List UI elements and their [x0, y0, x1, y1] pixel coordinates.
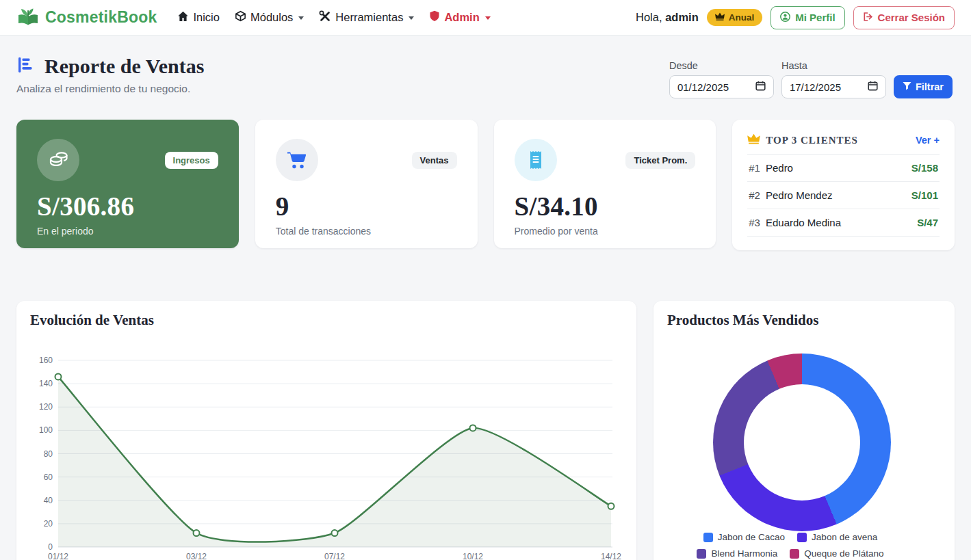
- kpi-card-ingresos: Ingresos S/306.86 En el periodo: [16, 120, 239, 248]
- legend-swatch: [790, 549, 799, 559]
- user-greeting: Hola, admin: [636, 11, 699, 24]
- top-clients-card: TOP 3 CLIENTES Ver + #1 Pedro S/158 #2 P…: [732, 120, 955, 250]
- client-amount: S/101: [911, 189, 938, 201]
- greeting-text: Hola,: [636, 11, 662, 23]
- kpi-value-ticket: S/34.10: [515, 193, 696, 219]
- kpi-badge-ingresos: Ingresos: [165, 152, 218, 169]
- chevron-down-icon: [298, 16, 304, 20]
- book-sprout-icon: [16, 6, 40, 29]
- legend-swatch: [703, 533, 713, 542]
- donut-chart-title: Productos Más Vendidos: [667, 312, 941, 329]
- page-header: Reporte de Ventas Analiza el rendimiento…: [16, 55, 204, 95]
- kpi-badge-ventas: Ventas: [412, 152, 457, 169]
- svg-text:60: 60: [44, 472, 53, 482]
- brand-name: CosmetikBook: [45, 8, 157, 27]
- donut-legend: Jabon de CacaoJabon de avenaBlend Harmon…: [660, 532, 920, 559]
- svg-text:10/12: 10/12: [463, 552, 483, 560]
- page-subtitle: Analiza el rendimiento de tu negocio.: [16, 83, 204, 95]
- legend-item-1[interactable]: Jabon de Cacao: [703, 532, 785, 542]
- date-to-input[interactable]: 17/12/2025: [781, 75, 886, 98]
- chevron-down-icon: [485, 16, 491, 20]
- legend-label: Queque de Plátano: [804, 548, 883, 559]
- cube-icon: [235, 10, 246, 25]
- date-to-label: Hasta: [781, 60, 886, 71]
- legend-item-2[interactable]: Jabon de avena: [797, 532, 877, 542]
- client-row-2: #2 Pedro Mendez S/101: [747, 182, 940, 209]
- date-from-value: 01/12/2025: [677, 81, 729, 93]
- kpi-badge-ticket: Ticket Prom.: [625, 152, 695, 169]
- funnel-icon: [903, 81, 911, 92]
- crown-icon: [715, 12, 725, 23]
- logout-button[interactable]: Cerrar Sesión: [853, 6, 955, 29]
- plan-badge[interactable]: Anual: [707, 9, 763, 26]
- top-products-card: Productos Más Vendidos Jabon de CacaoJab…: [653, 301, 955, 560]
- nav-item-modulos[interactable]: Módulos: [235, 10, 304, 25]
- user-icon: [780, 12, 790, 24]
- nav-label-modulos: Módulos: [250, 11, 293, 24]
- nav-item-admin[interactable]: Admin: [429, 10, 490, 25]
- kpi-value-ventas: 9: [276, 193, 457, 219]
- date-to-group: Hasta 17/12/2025: [781, 60, 886, 98]
- home-icon: [177, 11, 189, 25]
- legend-label: Blend Harmonia: [711, 548, 777, 559]
- calendar-icon[interactable]: [868, 81, 878, 93]
- legend-label: Jabon de Cacao: [718, 532, 785, 542]
- svg-text:160: 160: [39, 356, 53, 365]
- kpi-value-ingresos: S/306.86: [37, 193, 218, 219]
- kpi-row: Ingresos S/306.86 En el periodo Ventas 9…: [16, 120, 955, 250]
- kpi-card-ticket: Ticket Prom. S/34.10 Promedio por venta: [494, 120, 716, 248]
- legend-swatch: [797, 533, 807, 542]
- legend-item-3[interactable]: Blend Harmonia: [697, 548, 777, 559]
- nav-item-herramientas[interactable]: Herramientas: [319, 10, 414, 25]
- top-clients-link[interactable]: Ver +: [916, 135, 940, 146]
- svg-text:80: 80: [44, 449, 53, 459]
- top-clients-title: TOP 3 CLIENTES: [766, 135, 858, 146]
- logout-icon: [863, 12, 873, 24]
- date-to-value: 17/12/2025: [790, 81, 841, 93]
- bar-chart-icon: [16, 55, 37, 77]
- client-amount: S/47: [917, 217, 938, 228]
- svg-text:120: 120: [39, 402, 53, 412]
- profile-button-label: Mi Perfil: [795, 12, 835, 23]
- svg-text:0: 0: [48, 542, 53, 552]
- client-rank: #1: [749, 162, 760, 174]
- kpi-caption-ventas: Total de transacciones: [276, 226, 457, 237]
- svg-text:140: 140: [39, 379, 53, 388]
- svg-text:100: 100: [39, 425, 53, 435]
- brand[interactable]: CosmetikBook: [16, 6, 157, 29]
- filter-button-label: Filtrar: [916, 81, 944, 92]
- svg-text:40: 40: [44, 496, 53, 505]
- kpi-caption-ticket: Promedio por venta: [515, 226, 696, 237]
- kpi-card-ventas: Ventas 9 Total de transacciones: [255, 120, 478, 248]
- page-title: Reporte de Ventas: [44, 55, 204, 78]
- svg-text:14/12: 14/12: [601, 552, 621, 560]
- filter-button[interactable]: Filtrar: [894, 75, 953, 98]
- legend-label: Jabon de avena: [812, 532, 877, 542]
- client-rank: #3: [749, 217, 760, 228]
- calendar-icon[interactable]: [755, 81, 766, 93]
- nav-label-admin: Admin: [444, 11, 479, 24]
- svg-text:07/12: 07/12: [324, 552, 345, 560]
- navbar-right: Hola, admin Anual Mi Perfil: [636, 6, 955, 29]
- legend-item-4[interactable]: Queque de Plátano: [790, 548, 883, 559]
- crown-icon: [747, 133, 760, 147]
- tools-icon: [319, 10, 331, 25]
- profile-button[interactable]: Mi Perfil: [771, 6, 844, 29]
- client-name: Eduardo Medina: [766, 217, 841, 228]
- client-row-1: #1 Pedro S/158: [747, 155, 940, 182]
- svg-text:20: 20: [44, 519, 53, 529]
- products-donut-chart: [713, 354, 891, 531]
- date-from-input[interactable]: 01/12/2025: [669, 75, 774, 98]
- client-name: Pedro Mendez: [766, 189, 833, 201]
- line-chart-title: Evolución de Ventas: [30, 312, 623, 329]
- sales-line-chart: 02040608010012014016001/1203/1207/1210/1…: [30, 332, 623, 560]
- date-from-label: Desde: [669, 60, 774, 71]
- kpi-caption-ingresos: En el periodo: [37, 226, 218, 237]
- nav-label-inicio: Inicio: [193, 11, 220, 24]
- nav-item-inicio[interactable]: Inicio: [177, 11, 220, 25]
- client-amount: S/158: [911, 162, 938, 174]
- cart-icon: [276, 139, 318, 181]
- logout-button-label: Cerrar Sesión: [878, 12, 945, 23]
- shield-icon: [429, 10, 440, 25]
- navbar: CosmetikBook Inicio Módulos: [0, 0, 971, 36]
